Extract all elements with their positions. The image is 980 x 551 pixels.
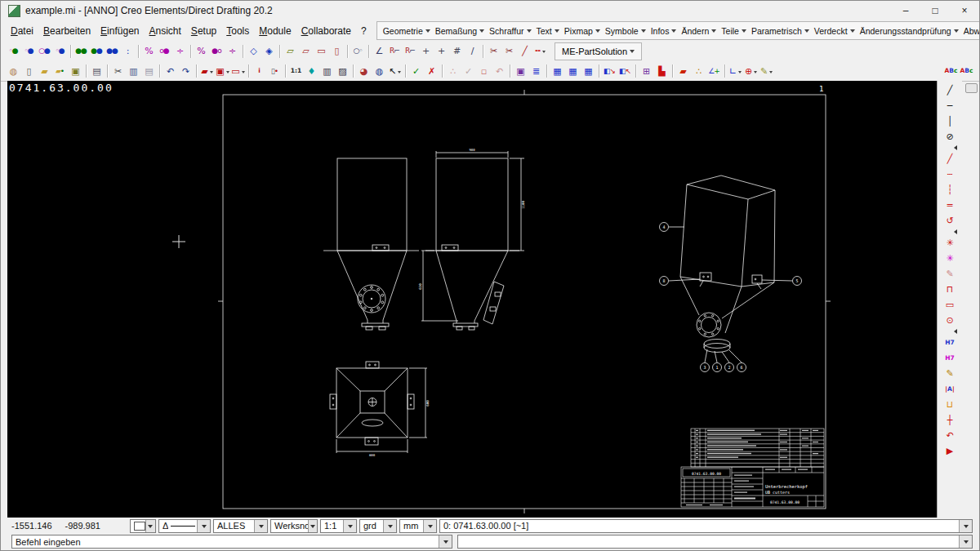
pulldown-bema-ung[interactable]: Bemaßung bbox=[433, 26, 487, 36]
snap-grid-button[interactable]: ◦● bbox=[21, 43, 37, 59]
angle-unit-select[interactable]: grd bbox=[359, 519, 397, 533]
construction-circle-button[interactable]: ↺ bbox=[940, 213, 960, 229]
drawing-window-button[interactable]: ▭ bbox=[230, 64, 246, 79]
store-drawing-button[interactable]: ▣ bbox=[215, 64, 230, 79]
catch-target-button[interactable]: ⊕ bbox=[743, 64, 759, 79]
rect-tool-v-button[interactable]: ▯ bbox=[329, 43, 345, 59]
construction-parallel-button[interactable]: ═ bbox=[940, 198, 960, 213]
point-green-blue-button[interactable]: ●● bbox=[89, 43, 105, 59]
select-arrow-button[interactable]: ↖ bbox=[387, 64, 403, 79]
length-unit-select[interactable]: mm bbox=[399, 519, 437, 533]
convert-face-2-button[interactable]: ▱ bbox=[298, 43, 314, 59]
ghost-points-button[interactable]: ∴ bbox=[445, 64, 461, 79]
ghost-confirm-button[interactable]: ✓ bbox=[461, 64, 476, 79]
open-file-button[interactable]: ▰ bbox=[37, 64, 52, 79]
export-button[interactable]: ▯• bbox=[267, 64, 283, 79]
cascade-windows-button[interactable]: ▣ bbox=[513, 64, 528, 79]
text-style-2-button[interactable]: ABc bbox=[959, 64, 974, 79]
construction-vertical-button[interactable]: ┆ bbox=[940, 182, 960, 198]
menu-tools[interactable]: Tools bbox=[221, 23, 254, 39]
command-list-button[interactable]: ≣ bbox=[528, 64, 544, 79]
draw-flyout-icon[interactable] bbox=[940, 144, 960, 151]
pulldown-parametrisch[interactable]: Parametrisch bbox=[749, 26, 812, 36]
corner-line-button[interactable]: ∠ bbox=[372, 43, 387, 59]
pulldown-geometrie[interactable]: Geometrie bbox=[381, 26, 433, 36]
copy-button[interactable]: ▥ bbox=[126, 64, 141, 79]
import-file-button[interactable]: ▰• bbox=[52, 64, 68, 79]
center-cross-button[interactable]: ┼ bbox=[940, 412, 960, 428]
draw-line-button[interactable]: ╱ bbox=[940, 82, 960, 98]
maximize-button[interactable]: □ bbox=[920, 1, 950, 20]
pulldown-ndern[interactable]: Ändern bbox=[679, 26, 719, 36]
point-blue-pair-button[interactable]: ●● bbox=[105, 43, 120, 59]
save-file-button[interactable]: ▣ bbox=[68, 64, 83, 79]
fill-area-button[interactable]: ▰ bbox=[675, 64, 691, 79]
print-button[interactable]: ▤ bbox=[89, 64, 105, 79]
menu-ansicht[interactable]: Ansicht bbox=[144, 23, 185, 39]
chart-axis-button[interactable]: ∠+ bbox=[706, 64, 722, 79]
parallel-cross-button[interactable]: # bbox=[449, 43, 465, 59]
frames-button[interactable]: ▥ bbox=[319, 64, 335, 79]
paste-button[interactable]: ▤ bbox=[141, 64, 157, 79]
mini-scrollbar[interactable] bbox=[965, 83, 978, 93]
dim-bracket-button[interactable]: ⊔ bbox=[940, 397, 960, 412]
tolerance-h7-button[interactable]: H7 bbox=[940, 335, 960, 350]
measure-line-button[interactable]: ╱ bbox=[517, 43, 532, 59]
crosshair-cursor[interactable] bbox=[172, 235, 185, 248]
pulldown-schraffur[interactable]: Schraffur bbox=[487, 26, 533, 36]
zoom-1to1-button[interactable]: 1:1 bbox=[288, 64, 304, 79]
undo-annotation-button[interactable]: ↶ bbox=[940, 428, 960, 443]
raster-diamond-on-button[interactable]: ◈ bbox=[261, 43, 277, 59]
active-part-select[interactable]: 0: 0741.63.00.00 [~1] bbox=[439, 519, 973, 533]
convert-face-button[interactable]: ▱ bbox=[283, 43, 298, 59]
undo-button[interactable]: ↶ bbox=[163, 64, 178, 79]
move-view-button[interactable]: ◧↖ bbox=[617, 64, 633, 79]
close-button[interactable]: × bbox=[950, 1, 979, 20]
view-window-2-button[interactable]: ▦ bbox=[565, 64, 581, 79]
menu-einf-gen[interactable]: Einfügen bbox=[96, 23, 144, 39]
minimize-button[interactable]: – bbox=[891, 1, 920, 20]
command-history[interactable] bbox=[457, 535, 973, 549]
construction-line-button[interactable]: ╱ bbox=[940, 151, 960, 167]
linetype-select[interactable]: Δ bbox=[158, 519, 211, 533]
menu-item[interactable]: ? bbox=[356, 23, 372, 39]
snap-vertex-button[interactable]: ◦● bbox=[52, 43, 68, 59]
color-select[interactable] bbox=[130, 519, 156, 533]
linetype-flyout-button[interactable]: ╍ bbox=[532, 43, 548, 59]
coord-system-button[interactable]: ∟ bbox=[728, 64, 743, 79]
pulldown-teile[interactable]: Teile bbox=[719, 26, 749, 36]
draw-line-horizontal-button[interactable]: ─ bbox=[940, 98, 960, 113]
menu-datei[interactable]: Datei bbox=[6, 23, 38, 39]
info-button[interactable]: i bbox=[252, 64, 267, 79]
circle-pair-button[interactable]: ○◦ bbox=[350, 43, 366, 59]
load-drawing-button[interactable]: ▰ bbox=[199, 64, 215, 79]
menu-collaborate[interactable]: Collaborate bbox=[296, 23, 356, 39]
delete-construction-button[interactable]: ✎ bbox=[940, 266, 960, 282]
construction-cross-button[interactable]: ✳ bbox=[940, 235, 960, 251]
angle-line-button[interactable]: / bbox=[465, 43, 480, 59]
draw-circle-button[interactable]: ⊘ bbox=[940, 129, 960, 144]
cross-point-button[interactable]: + bbox=[418, 43, 434, 59]
color-spheres-button[interactable]: ∴ bbox=[691, 64, 706, 79]
norm-select[interactable]: Werksnorm bbox=[270, 519, 318, 533]
workspace-button[interactable]: ◍ bbox=[6, 64, 21, 79]
pulldown-text[interactable]: Text bbox=[534, 26, 562, 36]
menu-setup[interactable]: Setup bbox=[186, 23, 221, 39]
fillet-radius-trim-button[interactable]: R⌐ bbox=[403, 43, 418, 59]
ghost-stop-button[interactable]: ▫ bbox=[476, 64, 492, 79]
tolerance-h7-off-button[interactable]: H7 bbox=[940, 350, 960, 366]
pulldown-abwicklungen[interactable]: Abwicklungen bbox=[961, 26, 980, 36]
cut-button[interactable]: ✂ bbox=[110, 64, 126, 79]
copy-view-button[interactable]: ◧↘ bbox=[602, 64, 617, 79]
construction-flyout-icon[interactable] bbox=[940, 229, 960, 235]
split-segment-button[interactable]: o● bbox=[157, 43, 172, 59]
view-window-3-button[interactable]: ▦ bbox=[581, 64, 596, 79]
part-structure-button[interactable]: ▙ bbox=[654, 64, 670, 79]
construction-horizontal-button[interactable]: ┄ bbox=[940, 167, 960, 182]
draw-line-vertical-button[interactable]: │ bbox=[940, 113, 960, 129]
hatch-button[interactable]: ▨ bbox=[335, 64, 350, 79]
drawing-canvas[interactable]: 0741.63.00.00 bbox=[7, 81, 937, 518]
view-window-1-button[interactable]: ▦ bbox=[550, 64, 565, 79]
cancel-button[interactable]: ✗ bbox=[424, 64, 439, 79]
confirm-button[interactable]: ✓ bbox=[408, 64, 424, 79]
